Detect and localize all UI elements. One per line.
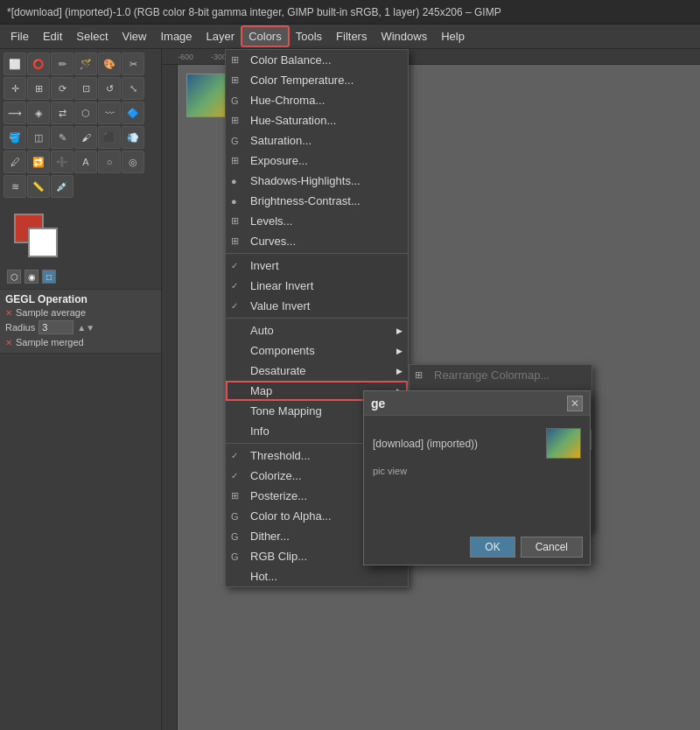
tool-align[interactable]: ⊞	[27, 77, 50, 100]
tool-pencil[interactable]: ✎	[51, 126, 74, 149]
menu-linear-invert[interactable]: ✓ Linear Invert	[226, 276, 408, 296]
tool-text[interactable]: A	[74, 151, 97, 173]
tool-row-2: ✛ ⊞ ⟳ ⊡ ↺ ⤡	[4, 77, 158, 100]
colorize-check-icon: ✓	[231, 471, 238, 481]
tool-perspective[interactable]: ◈	[27, 102, 50, 124]
quick-mask-icon[interactable]: ⬡	[7, 270, 21, 284]
menu-view[interactable]: View	[116, 26, 154, 46]
tool-heal[interactable]: ➕	[51, 151, 74, 173]
tool-row-4: 🪣 ◫ ✎ 🖌 ⬛ 💨	[4, 126, 158, 149]
menu-invert[interactable]: ✓ Invert	[226, 256, 408, 276]
menu-filters[interactable]: Filters	[329, 26, 374, 46]
brightness-icon: ●	[231, 196, 237, 207]
menu-color-balance[interactable]: ⊞ Color Balance...	[226, 50, 408, 70]
color-area	[0, 203, 161, 268]
tool-flip[interactable]: ⇄	[51, 102, 74, 124]
menu-curves[interactable]: ⊞ Curves...	[226, 231, 408, 251]
tool-crop[interactable]: ⊡	[74, 77, 97, 100]
tool-by-color[interactable]: 🎨	[98, 53, 121, 75]
menu-value-invert[interactable]: ✓ Value Invert	[226, 296, 408, 316]
background-color[interactable]	[28, 228, 58, 257]
tool-gradient[interactable]: ◫	[27, 126, 50, 149]
menu-help[interactable]: Help	[434, 26, 472, 46]
dialog-close-button[interactable]: ✕	[567, 396, 583, 411]
dialog-thumbnail	[546, 428, 581, 459]
menu-exposure[interactable]: ⊞ Exposure...	[226, 151, 408, 171]
tool-cage[interactable]: ⬡	[74, 102, 97, 124]
dialog-box: ge ✕ [download] (imported)) pic view OK …	[363, 390, 591, 565]
title-bar: *[download] (imported)-1.0 (RGB color 8-…	[0, 0, 700, 25]
menu-colors[interactable]: Colors	[242, 26, 289, 46]
gegl-x-icon: ✕	[5, 308, 12, 318]
paths-icon[interactable]: □	[42, 270, 56, 284]
tool-measure[interactable]: 📏	[27, 175, 50, 198]
tool-bucket[interactable]: 🪣	[4, 126, 26, 149]
tool-smudge[interactable]: ≋	[4, 175, 26, 198]
menu-tools[interactable]: Tools	[289, 26, 329, 46]
tool-row-1: ⬜ ⭕ ✏ 🪄 🎨 ✂	[4, 53, 158, 75]
gegl-sample-label: Sample average	[16, 307, 86, 318]
dialog-subtitle-row: pic view	[373, 466, 581, 476]
ruler-tick-1: -600	[178, 53, 193, 61]
menu-shadows[interactable]: ● Shadows-Highlights...	[226, 171, 408, 191]
menu-levels[interactable]: ⊞ Levels...	[226, 211, 408, 231]
tool-rotate[interactable]: ↺	[98, 77, 121, 100]
menu-hue-saturation[interactable]: ⊞ Hue-Saturation...	[226, 110, 408, 130]
tool-rect[interactable]: ⬜	[4, 53, 26, 75]
radius-row: Radius ▲▼	[5, 320, 156, 334]
dialog-cancel-button[interactable]: Cancel	[521, 537, 583, 558]
menu-layer[interactable]: Layer	[200, 26, 242, 46]
tool-scale[interactable]: ⤡	[122, 77, 144, 100]
toolbox: ⬜ ⭕ ✏ 🪄 🎨 ✂ ✛ ⊞ ⟳ ⊡ ↺ ⤡ ⟿ ◈ ⇄ ⬡ 〰	[0, 49, 161, 203]
menu-brightness[interactable]: ● Brightness-Contrast...	[226, 191, 408, 211]
tool-row-3: ⟿ ◈ ⇄ ⬡ 〰 🔷	[4, 102, 158, 124]
radius-input[interactable]	[38, 320, 74, 334]
tool-color-picker[interactable]: 💉	[51, 175, 74, 198]
gegl-sample-row: ✕ Sample average	[5, 307, 156, 318]
menu-hue-chroma[interactable]: G Hue-Chroma...	[226, 90, 408, 110]
tool-airbrush[interactable]: 💨	[122, 126, 144, 149]
tool-eraser[interactable]: ⬛	[98, 126, 121, 149]
tool-shear[interactable]: ⟿	[4, 102, 26, 124]
menu-hot[interactable]: Hot...	[226, 566, 408, 586]
menu-edit[interactable]: Edit	[36, 26, 69, 46]
menu-windows[interactable]: Windows	[374, 26, 434, 46]
tool-scissors[interactable]: ✂	[122, 53, 144, 75]
rgb-clip-icon: G	[231, 551, 239, 562]
cta-icon: G	[231, 511, 239, 522]
tool-fuzzy[interactable]: 🪄	[74, 53, 97, 75]
menu-bar: File Edit Select View Image Layer Colors…	[0, 25, 700, 49]
tool-transform[interactable]: ⟳	[51, 77, 74, 100]
tool-warp[interactable]: 〰	[98, 102, 121, 124]
menu-color-temp[interactable]: ⊞ Color Temperature...	[226, 70, 408, 90]
tool-3d[interactable]: 🔷	[122, 102, 144, 124]
menu-desaturate[interactable]: Desaturate	[226, 361, 408, 381]
dialog-ok-button[interactable]: OK	[470, 537, 514, 558]
tool-free-select[interactable]: ✏	[51, 53, 74, 75]
tool-move[interactable]: ✛	[4, 77, 26, 100]
dialog-image-label: [download] (imported))	[373, 438, 478, 450]
tool-brush[interactable]: 🖌	[74, 126, 97, 149]
tool-dodge[interactable]: ○	[98, 151, 121, 173]
menu-file[interactable]: File	[4, 26, 36, 46]
gegl-section: GEGL Operation ✕ Sample average Radius ▲…	[0, 289, 161, 354]
channel-icon[interactable]: ◉	[24, 270, 38, 284]
tool-ellipse[interactable]: ⭕	[27, 53, 50, 75]
tool-ink[interactable]: 🖊	[4, 151, 26, 173]
threshold-check-icon: ✓	[231, 451, 238, 460]
gegl-merged-label: Sample merged	[16, 337, 84, 347]
menu-auto[interactable]: Auto	[226, 320, 408, 340]
menu-select[interactable]: Select	[69, 26, 115, 46]
menu-image[interactable]: Image	[153, 26, 199, 46]
tool-clone[interactable]: 🔁	[27, 151, 50, 173]
dialog-title-bar: ge ✕	[364, 391, 590, 416]
saturation-icon: G	[231, 136, 239, 146]
divider-1	[226, 253, 408, 254]
dialog-subtitle-text: pic view	[373, 466, 407, 476]
menu-components[interactable]: Components	[226, 340, 408, 361]
tool-blur[interactable]: ◎	[122, 151, 144, 173]
gegl-title: GEGL Operation	[5, 293, 156, 305]
hue-chroma-icon: G	[231, 95, 239, 106]
gegl-merged-x-icon: ✕	[5, 338, 12, 347]
menu-saturation[interactable]: G Saturation...	[226, 130, 408, 151]
